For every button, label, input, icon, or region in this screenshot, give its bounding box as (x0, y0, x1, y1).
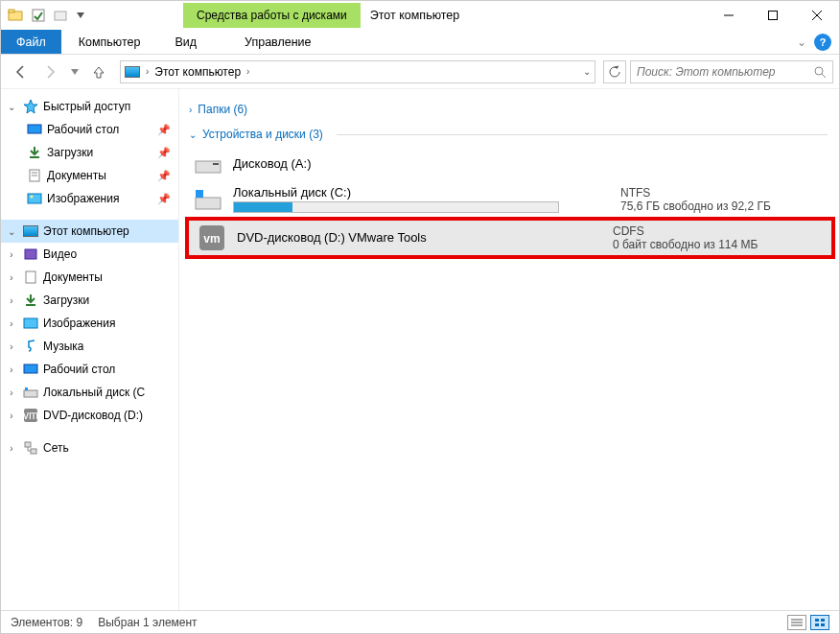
chevron-right-icon[interactable]: › (5, 387, 18, 398)
drive-title: Локальный диск (C:) (233, 185, 611, 201)
tree-label: Видео (43, 247, 77, 261)
search-box[interactable] (630, 60, 833, 83)
ribbon-context-tab[interactable]: Средства работы с дисками (183, 3, 361, 28)
tree-label: Документы (47, 169, 106, 182)
pin-icon: 📌 (157, 124, 178, 136)
nav-up-button[interactable] (85, 59, 112, 85)
ribbon-collapse-icon[interactable]: ⌄ (797, 35, 806, 49)
tree-downloads[interactable]: Загрузки 📌 (1, 141, 178, 164)
drive-title: DVD-дисковод (D:) VMware Tools (237, 230, 603, 247)
tree-downloads-pc[interactable]: ›Загрузки (1, 289, 178, 312)
tree-label: Этот компьютер (43, 224, 129, 238)
local-drive-icon (193, 186, 223, 213)
tree-network[interactable]: ›Сеть (1, 436, 178, 459)
nav-back-button[interactable] (7, 59, 34, 85)
view-large-icons-button[interactable] (810, 615, 829, 630)
desktop-icon (22, 362, 39, 377)
window-title: Этот компьютер (361, 9, 459, 22)
manage-tab[interactable]: Управление (214, 30, 342, 54)
close-button[interactable] (795, 1, 839, 30)
pin-icon: 📌 (157, 147, 178, 159)
tree-label: Рабочий стол (43, 363, 115, 376)
svg-rect-24 (25, 442, 31, 447)
chevron-down-icon[interactable]: ⌄ (5, 102, 18, 112)
file-menu[interactable]: Файл (1, 30, 61, 54)
tree-label: Изображения (47, 192, 119, 205)
view-details-button[interactable] (787, 615, 806, 630)
tree-label: Сеть (43, 441, 69, 455)
tree-documents-pc[interactable]: ›Документы (1, 266, 178, 289)
qat-dropdown-icon[interactable] (74, 5, 87, 26)
titlebar: Средства работы с дисками Этот компьютер (1, 1, 839, 30)
this-pc-icon (22, 223, 39, 239)
minimize-button[interactable] (707, 1, 751, 30)
computer-tab[interactable]: Компьютер (61, 30, 158, 54)
group-drives[interactable]: ⌄ Устройства и диски (3) (185, 122, 839, 147)
qat-explorer-icon[interactable] (5, 5, 26, 26)
tree-label: Изображения (43, 317, 115, 330)
tree-music[interactable]: ›Музыка (1, 335, 178, 358)
vmware-disc-icon: vm (197, 224, 227, 251)
tree-label: Загрузки (43, 294, 89, 307)
tree-label: Документы (43, 270, 103, 284)
network-icon (22, 440, 39, 456)
capacity-bar (233, 201, 559, 213)
tree-videos[interactable]: ›Видео (1, 243, 178, 266)
svg-rect-20 (24, 390, 37, 397)
svg-point-8 (815, 67, 823, 75)
qat-properties-icon[interactable] (28, 5, 49, 26)
tree-local-disk-c[interactable]: ›Локальный диск (C (1, 381, 178, 404)
chevron-down-icon: ⌄ (189, 129, 197, 140)
refresh-button[interactable] (603, 60, 626, 83)
tree-desktop[interactable]: Рабочий стол 📌 (1, 118, 178, 141)
chevron-right-icon[interactable]: › (5, 341, 18, 352)
svg-rect-27 (213, 163, 219, 165)
pictures-icon (26, 191, 43, 206)
tree-desktop-pc[interactable]: ›Рабочий стол (1, 358, 178, 381)
floppy-drive-icon (193, 151, 223, 177)
svg-rect-28 (196, 198, 221, 209)
view-tab[interactable]: Вид (157, 30, 214, 54)
tree-label: Быстрый доступ (43, 100, 130, 113)
help-button[interactable]: ? (814, 34, 831, 51)
address-dropdown-icon[interactable]: ⌄ (583, 66, 591, 77)
chevron-right-icon[interactable]: › (5, 443, 18, 454)
qat-new-folder-icon[interactable] (51, 5, 72, 26)
chevron-right-icon[interactable]: › (5, 318, 18, 329)
downloads-icon (26, 145, 43, 160)
tree-this-pc[interactable]: ⌄ Этот компьютер (1, 220, 178, 243)
status-bar: Элементов: 9 Выбран 1 элемент (1, 610, 839, 633)
tree-pictures[interactable]: Изображения 📌 (1, 187, 178, 210)
nav-history-dropdown[interactable] (68, 59, 82, 85)
chevron-right-icon[interactable]: › (5, 364, 18, 375)
address-bar[interactable]: › Этот компьютер › ⌄ (120, 60, 595, 83)
downloads-icon (22, 293, 39, 308)
svg-rect-29 (196, 190, 203, 198)
tree-pictures-pc[interactable]: ›Изображения (1, 312, 178, 335)
tree-documents[interactable]: Документы 📌 (1, 164, 178, 187)
pictures-icon (22, 316, 39, 331)
tree-dvd-drive-d[interactable]: ›vmDVD-дисковод (D:) (1, 404, 178, 427)
chevron-right-icon[interactable]: › (5, 272, 18, 283)
chevron-right-icon[interactable]: › (5, 295, 18, 306)
nav-forward-button[interactable] (37, 59, 64, 85)
chevron-right-icon[interactable]: › (5, 411, 18, 421)
tree-quick-access[interactable]: ⌄ Быстрый доступ (1, 95, 178, 118)
svg-rect-10 (28, 125, 41, 133)
drive-item-local-c[interactable]: Локальный диск (C:) NTFS 75,6 ГБ свободн… (185, 181, 839, 217)
drive-item-dvd-d[interactable]: vm DVD-дисковод (D:) VMware Tools CDFS 0… (185, 217, 835, 259)
search-input[interactable] (637, 65, 807, 79)
drive-item-floppy[interactable]: Дисковод (A:) (185, 147, 839, 181)
search-icon (813, 65, 827, 79)
maximize-button[interactable] (751, 1, 795, 30)
nav-tree: ⌄ Быстрый доступ Рабочий стол 📌 Загрузки… (1, 89, 179, 610)
tree-label: DVD-дисковод (D:) (43, 409, 143, 422)
chevron-right-icon[interactable]: › (5, 249, 18, 260)
desktop-icon (26, 122, 43, 137)
group-folders[interactable]: › Папки (6) (185, 97, 839, 122)
status-item-count: Элементов: 9 (11, 616, 82, 629)
svg-rect-3 (55, 12, 66, 20)
chevron-down-icon[interactable]: ⌄ (5, 226, 18, 237)
breadcrumb-this-pc[interactable]: Этот компьютер (154, 65, 241, 79)
svg-rect-25 (31, 449, 36, 454)
